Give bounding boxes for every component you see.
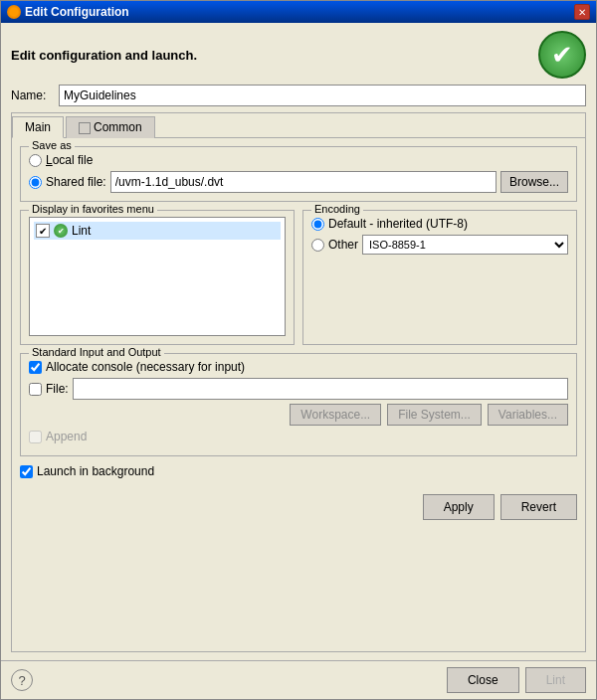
bottom-actions: Apply Revert [20, 490, 577, 524]
lint-label: Lint [72, 224, 91, 238]
tab-bar: Main Common [12, 113, 585, 138]
two-col-section: Display in favorites menu ✔ ✔ Lint Encod… [20, 210, 577, 345]
tab-main-content: Save as Local file Shared file: Browse..… [12, 138, 585, 651]
append-checkbox[interactable] [29, 431, 42, 443]
launch-bg-label: Launch in background [37, 464, 154, 478]
encoding-other-radio[interactable] [311, 239, 324, 252]
title-bar-left: Edit Configuration [7, 5, 129, 19]
favorites-list: ✔ ✔ Lint [29, 217, 286, 336]
app-icon [7, 5, 21, 19]
favorites-group: Display in favorites menu ✔ ✔ Lint [20, 210, 295, 345]
file-label: File: [46, 382, 69, 396]
encoding-other-row: Other ISO-8859-1 [311, 235, 568, 255]
file-row: File: [29, 378, 568, 400]
revert-button[interactable]: Revert [500, 494, 577, 520]
header-row: Edit configuration and launch. ✔ [11, 31, 586, 79]
tab-common[interactable]: Common [66, 116, 155, 138]
file-checkbox[interactable] [29, 383, 42, 396]
title-bar: Edit Configuration ✕ [1, 1, 596, 23]
header-text: Edit configuration and launch. [11, 48, 197, 63]
green-check-icon: ✔ [538, 31, 586, 79]
footer-buttons: Close Lint [447, 667, 586, 693]
shared-file-label: Shared file: [46, 175, 106, 189]
footer-bar: ? Close Lint [1, 660, 596, 699]
append-row: Append [29, 430, 568, 443]
title-bar-text: Edit Configuration [25, 5, 129, 19]
list-item: ✔ ✔ Lint [34, 222, 281, 240]
lint-icon: ✔ [54, 224, 68, 238]
tabs-panel: Main Common Save as Local file [11, 112, 586, 652]
encoding-default-label: Default - inherited (UTF-8) [328, 217, 468, 231]
encoding-group: Encoding Default - inherited (UTF-8) Oth… [302, 210, 577, 345]
edit-configuration-window: Edit Configuration ✕ Edit configuration … [0, 0, 597, 700]
name-row: Name: [11, 85, 586, 106]
encoding-default-row: Default - inherited (UTF-8) [311, 217, 568, 231]
encoding-other-label: Other [328, 238, 358, 252]
allocate-console-checkbox[interactable] [29, 361, 42, 374]
tab-main[interactable]: Main [12, 116, 64, 138]
variables-button[interactable]: Variables... [488, 404, 568, 426]
shared-file-input[interactable] [110, 171, 497, 193]
encoding-label: Encoding [311, 203, 363, 215]
name-label: Name: [11, 88, 53, 102]
save-as-label: Save as [29, 139, 75, 151]
shared-file-radio[interactable] [29, 176, 42, 189]
save-as-group: Save as Local file Shared file: Browse..… [20, 146, 577, 202]
apply-button[interactable]: Apply [423, 494, 495, 520]
launch-bg-row: Launch in background [20, 464, 577, 478]
name-input[interactable] [59, 85, 586, 106]
std-io-label: Standard Input and Output [29, 346, 164, 358]
local-file-radio[interactable] [29, 154, 42, 167]
lint-button[interactable]: Lint [525, 667, 586, 693]
lint-checkbox[interactable]: ✔ [36, 224, 50, 238]
help-button[interactable]: ? [11, 669, 33, 691]
launch-bg-checkbox[interactable] [20, 465, 33, 478]
close-window-button[interactable]: ✕ [574, 4, 590, 20]
local-file-label: Local file [46, 153, 93, 167]
favorites-label: Display in favorites menu [29, 203, 157, 215]
encoding-other-select[interactable]: ISO-8859-1 [362, 235, 568, 255]
allocate-console-row: Allocate console (necessary for input) [29, 360, 568, 374]
filesystem-button[interactable]: File System... [387, 404, 482, 426]
browse-button[interactable]: Browse... [500, 171, 568, 193]
local-file-row: Local file [29, 153, 568, 167]
common-tab-icon [79, 122, 91, 134]
std-io-btn-row: Workspace... File System... Variables... [29, 404, 568, 426]
close-button[interactable]: Close [447, 667, 519, 693]
main-content: Edit configuration and launch. ✔ Name: M… [1, 23, 596, 660]
std-io-group: Standard Input and Output Allocate conso… [20, 353, 577, 456]
file-input[interactable] [73, 378, 568, 400]
append-label: Append [46, 430, 87, 443]
shared-file-row: Shared file: Browse... [29, 171, 568, 193]
encoding-default-radio[interactable] [311, 218, 324, 231]
allocate-console-label: Allocate console (necessary for input) [46, 360, 245, 374]
workspace-button[interactable]: Workspace... [290, 404, 381, 426]
